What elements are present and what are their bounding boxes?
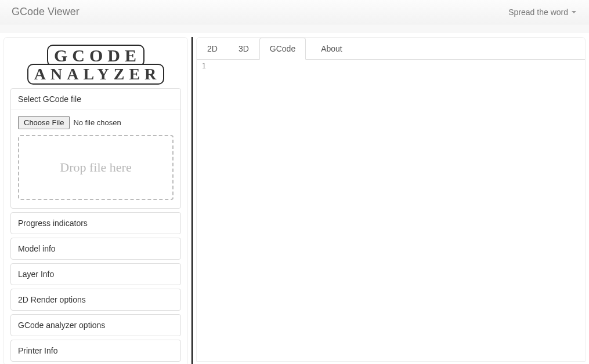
navbar: GCode Viewer Spread the word — [0, 0, 589, 24]
sidebar: GCODE ANALYZER Select GCode file Choose … — [3, 37, 188, 364]
choose-file-button[interactable]: Choose File — [18, 116, 70, 129]
tab-about[interactable]: About — [310, 38, 353, 60]
file-dropzone[interactable]: Drop file here — [18, 135, 174, 200]
panel-heading-printer[interactable]: Printer Info — [11, 340, 180, 361]
main-content: 2D 3D GCode About 1 — [196, 37, 586, 362]
dropzone-label: Drop file here — [60, 160, 131, 175]
tab-gcode[interactable]: GCode — [259, 38, 306, 60]
file-select-body: Choose File No file chosen Drop file her… — [11, 110, 180, 208]
file-select-heading[interactable]: Select GCode file — [11, 89, 180, 110]
gcode-editor[interactable]: 1 — [197, 60, 585, 361]
line-number: 1 — [197, 62, 206, 70]
panel-heading-analyzer[interactable]: GCode analyzer options — [11, 315, 180, 336]
spread-the-word-label: Spread the word — [508, 8, 568, 17]
spread-the-word-menu[interactable]: Spread the word — [508, 8, 576, 17]
panel-model-info: Model info — [10, 238, 181, 260]
editor-text-area[interactable] — [208, 60, 585, 361]
tab-2d[interactable]: 2D — [197, 38, 228, 60]
logo-line2: ANALYZER — [27, 64, 165, 85]
panel-progress-indicators: Progress indicators — [10, 212, 181, 234]
panel-gcode-analyzer-options: GCode analyzer options — [10, 314, 181, 336]
file-select-panel: Select GCode file Choose File No file ch… — [10, 88, 181, 209]
file-status-text: No file chosen — [73, 118, 121, 127]
vertical-divider — [191, 37, 193, 364]
tab-3d[interactable]: 3D — [228, 38, 259, 60]
chevron-down-icon — [572, 11, 576, 13]
logo: GCODE ANALYZER — [10, 45, 181, 85]
panel-2d-render-options: 2D Render options — [10, 289, 181, 311]
panel-layer-info: Layer Info — [10, 263, 181, 285]
app-title: GCode Viewer — [12, 6, 80, 18]
panel-heading-model[interactable]: Model info — [11, 238, 180, 259]
panel-heading-layer[interactable]: Layer Info — [11, 264, 180, 285]
panel-heading-2d[interactable]: 2D Render options — [11, 289, 180, 310]
tab-bar: 2D 3D GCode About — [197, 38, 585, 60]
sub-header-bar — [0, 24, 589, 32]
panel-heading-progress[interactable]: Progress indicators — [11, 213, 180, 234]
editor-line-gutter: 1 — [197, 60, 208, 361]
panel-printer-info: Printer Info — [10, 340, 181, 362]
